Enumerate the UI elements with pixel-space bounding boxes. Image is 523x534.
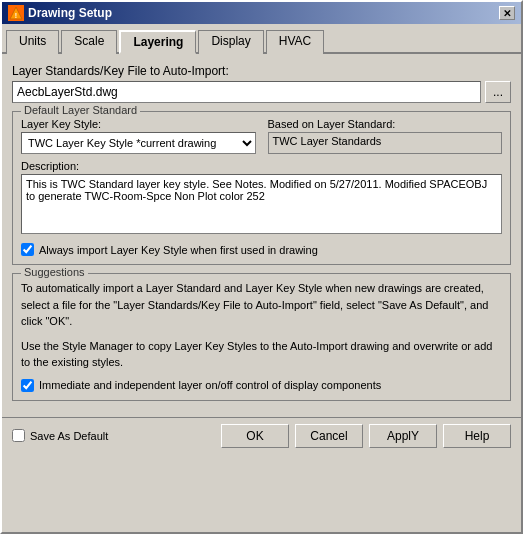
browse-button[interactable]: ... (485, 81, 511, 103)
tab-bar: Units Scale Layering Display HVAC (2, 24, 521, 54)
close-button[interactable]: ✕ (499, 6, 515, 20)
based-on-col: Based on Layer Standard: TWC Layer Stand… (268, 118, 503, 154)
tab-scale[interactable]: Scale (61, 30, 117, 54)
footer-buttons: OK Cancel ApplY Help (221, 424, 511, 448)
title-bar: ! Drawing Setup ✕ (2, 2, 521, 24)
suggestions-text-1: To automatically import a Layer Standard… (21, 280, 502, 330)
based-on-label: Based on Layer Standard: (268, 118, 503, 130)
tab-hvac[interactable]: HVAC (266, 30, 324, 54)
title-bar-left: ! Drawing Setup (8, 5, 112, 21)
ok-button[interactable]: OK (221, 424, 289, 448)
description-label: Description: (21, 160, 502, 172)
app-icon: ! (8, 5, 24, 21)
immediate-label: Immediate and independent layer on/off c… (39, 379, 381, 391)
layer-key-row: Layer Key Style: TWC Layer Key Style *cu… (21, 118, 502, 154)
bottom-bar: Save As Default OK Cancel ApplY Help (2, 417, 521, 454)
always-import-row: Always import Layer Key Style when first… (21, 243, 502, 256)
layer-file-input[interactable] (12, 81, 481, 103)
description-textarea[interactable] (21, 174, 502, 234)
save-default-row: Save As Default (12, 429, 108, 442)
default-layer-group-label: Default Layer Standard (21, 104, 140, 116)
svg-text:!: ! (15, 12, 17, 19)
immediate-row: Immediate and independent layer on/off c… (21, 379, 502, 392)
suggestions-text-2: Use the Style Manager to copy Layer Key … (21, 338, 502, 371)
immediate-checkbox[interactable] (21, 379, 34, 392)
suggestions-group: Suggestions To automatically import a La… (12, 273, 511, 401)
apply-button[interactable]: ApplY (369, 424, 437, 448)
layer-file-label: Layer Standards/Key File to Auto-Import: (12, 64, 511, 78)
layer-key-col: Layer Key Style: TWC Layer Key Style *cu… (21, 118, 256, 154)
tab-units[interactable]: Units (6, 30, 59, 54)
tab-display[interactable]: Display (198, 30, 263, 54)
layer-file-row: ... (12, 81, 511, 103)
always-import-label: Always import Layer Key Style when first… (39, 244, 318, 256)
tab-layering[interactable]: Layering (119, 30, 196, 54)
tab-content: Layer Standards/Key File to Auto-Import:… (2, 54, 521, 417)
save-default-checkbox[interactable] (12, 429, 25, 442)
layer-key-label: Layer Key Style: (21, 118, 256, 130)
save-default-label: Save As Default (30, 430, 108, 442)
suggestions-group-label: Suggestions (21, 266, 88, 278)
cancel-button[interactable]: Cancel (295, 424, 363, 448)
layer-key-select[interactable]: TWC Layer Key Style *current drawing (21, 132, 256, 154)
based-on-value: TWC Layer Standards (268, 132, 503, 154)
default-layer-group: Default Layer Standard Layer Key Style: … (12, 111, 511, 265)
help-button[interactable]: Help (443, 424, 511, 448)
always-import-checkbox[interactable] (21, 243, 34, 256)
window-title: Drawing Setup (28, 6, 112, 20)
drawing-setup-window: ! Drawing Setup ✕ Units Scale Layering D… (0, 0, 523, 534)
